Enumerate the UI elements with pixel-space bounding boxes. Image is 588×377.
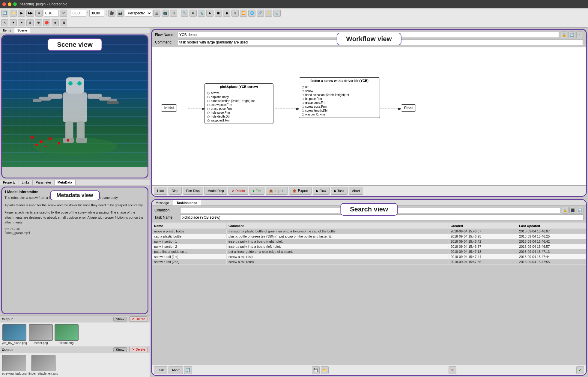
move-btn5[interactable]: ⊗ bbox=[35, 19, 42, 26]
tab-property[interactable]: Property bbox=[0, 180, 19, 185]
new-button[interactable]: 🔄 bbox=[1, 10, 8, 17]
tool-btn3[interactable]: 🔩 bbox=[198, 10, 205, 17]
delete-button[interactable]: ✕ Delete bbox=[129, 316, 148, 322]
abort-button[interactable]: Abort bbox=[169, 366, 183, 374]
output-thumb-2[interactable] bbox=[29, 324, 53, 341]
wf-delete-button[interactable]: ✕ Delete bbox=[228, 187, 248, 195]
port-disp-button[interactable]: Port Disp bbox=[183, 187, 203, 195]
scene-canvas[interactable] bbox=[2, 35, 148, 167]
search-refresh-btn[interactable]: 🔄 bbox=[577, 207, 584, 214]
play-fast-button[interactable]: ▶▶ bbox=[26, 10, 34, 17]
initial-node[interactable]: Initial bbox=[161, 104, 177, 112]
camera-mode-btn[interactable]: 🎥 bbox=[108, 10, 115, 17]
camera-select[interactable]: Perspectiv : bbox=[125, 10, 152, 16]
refresh-bottom-btn[interactable]: 🔄 bbox=[184, 366, 192, 374]
camera-btn2[interactable]: 📷 bbox=[117, 10, 124, 17]
tab-items[interactable]: Items bbox=[0, 28, 14, 33]
tool-btn10[interactable]: 🔗 bbox=[257, 10, 264, 17]
show-button[interactable]: Show bbox=[113, 317, 127, 322]
search-view: Search view Message TaskInstance Conditi… bbox=[151, 199, 587, 376]
ok-btn[interactable]: ✓ bbox=[576, 366, 584, 374]
export-button[interactable]: 📤 Export bbox=[289, 187, 312, 195]
window-controls[interactable] bbox=[2, 2, 17, 6]
time-step-input[interactable] bbox=[44, 10, 59, 16]
move-btn7[interactable]: ◈ bbox=[52, 19, 59, 26]
tool-btn2[interactable]: ⚙ bbox=[190, 10, 197, 17]
tool-btn9[interactable]: 🌐 bbox=[248, 10, 255, 17]
tool-btn11[interactable]: ⚡ bbox=[265, 10, 272, 17]
output-thumb-4[interactable] bbox=[2, 355, 26, 371]
tool-btn1[interactable]: 🔧 bbox=[181, 10, 188, 17]
end-time-input[interactable] bbox=[89, 10, 104, 16]
final-node[interactable]: Final bbox=[401, 104, 416, 112]
move-btn1[interactable]: ↖ bbox=[1, 19, 8, 26]
delete-bottom-btn[interactable]: ✕ bbox=[449, 366, 456, 374]
save-btn[interactable]: 💾 bbox=[312, 366, 320, 374]
workflow-toolbar: Hide Disp Port Disp Model Disp ✕ Delete … bbox=[152, 185, 586, 196]
model-disp-button[interactable]: Model Disp bbox=[204, 187, 227, 195]
cell-name: pully insertion 1 bbox=[152, 239, 227, 244]
flow-button[interactable]: ▶ Flow bbox=[313, 187, 330, 195]
move-btn8[interactable]: ⊞ bbox=[60, 19, 67, 26]
move-btn3[interactable]: ✶ bbox=[18, 19, 25, 26]
tool-btn6[interactable]: ⏺ bbox=[223, 10, 230, 17]
pick-place-node[interactable]: pick&place (YCB screw) screw airplane bo… bbox=[204, 83, 273, 124]
table-row[interactable]: pully insertion 1 insert a pully into a … bbox=[152, 239, 586, 244]
hide-button[interactable]: Hide bbox=[154, 187, 167, 195]
table-row[interactable]: screw a rail (2nd) screw a rail (2nd) 20… bbox=[152, 259, 586, 265]
lock-icon-btn[interactable]: 🔒 bbox=[561, 31, 567, 38]
view-btn3[interactable]: ⊞ bbox=[170, 10, 177, 17]
minimize-button[interactable] bbox=[8, 2, 11, 6]
tab-links[interactable]: Links bbox=[19, 180, 33, 185]
table-row[interactable]: screw a rail (1st) screw a rail (1st) 20… bbox=[152, 254, 586, 259]
open-button[interactable]: 📁 bbox=[10, 10, 17, 17]
table-row[interactable]: put a linear guide on ... put a linear g… bbox=[152, 249, 586, 254]
table-row[interactable]: move a plastic bottle transport a plasti… bbox=[152, 229, 586, 234]
tab-parameter[interactable]: Parameter bbox=[33, 180, 54, 185]
disp-button[interactable]: Disp bbox=[169, 187, 182, 195]
tool-btn8[interactable]: 🔀 bbox=[240, 10, 247, 17]
abort-wf-button[interactable]: Abort bbox=[349, 187, 363, 195]
titlebar: teaching_plugin - Choreonoid bbox=[0, 0, 588, 8]
tool-btn7[interactable]: ⏸ bbox=[231, 10, 239, 17]
search-header-icons: 🔒 ⬛ 🔄 bbox=[562, 207, 584, 214]
move-btn4[interactable]: ⊕ bbox=[26, 19, 34, 26]
tab-taskinstance[interactable]: TaskInstance bbox=[173, 200, 201, 205]
view-btn2[interactable]: 📺 bbox=[162, 10, 169, 17]
metadata-view-label: Metadata view bbox=[50, 190, 100, 200]
search-lock-btn[interactable]: 🔒 bbox=[562, 207, 569, 214]
edit-button[interactable]: ● Edit bbox=[249, 187, 265, 195]
load-btn[interactable]: 📂 bbox=[321, 366, 329, 374]
cell-updated: 2018-09-04 15:46:57 bbox=[517, 244, 586, 249]
delete-button-2[interactable]: ✕ Delete bbox=[129, 347, 148, 352]
search-sq-btn[interactable]: ⬛ bbox=[569, 207, 576, 214]
sim-button[interactable]: ⚙ bbox=[35, 10, 43, 17]
output-thumb-3[interactable] bbox=[55, 324, 79, 341]
fasten-node[interactable]: fasten a screw with a driver bit (YCB) b… bbox=[299, 77, 380, 118]
task-button[interactable]: ▶ Task bbox=[331, 187, 347, 195]
time-step-btn[interactable]: ⟳ bbox=[60, 10, 67, 17]
tool-btn5[interactable]: ⏹ bbox=[215, 10, 222, 17]
refresh-icon-btn[interactable]: 🔄 bbox=[569, 31, 575, 38]
tab-metadata[interactable]: MetaData bbox=[55, 180, 76, 185]
tool-btn12[interactable]: 📡 bbox=[273, 10, 281, 17]
view-btn1[interactable]: 🖼 bbox=[153, 10, 160, 17]
table-row[interactable]: cap a plastic bottle plastic bottle of g… bbox=[152, 234, 586, 239]
move-btn6[interactable]: 🔴 bbox=[43, 19, 50, 26]
play-button[interactable]: ▶ bbox=[18, 10, 25, 17]
output-thumb-1[interactable] bbox=[2, 324, 26, 341]
table-row[interactable]: pully insertion 2 insert a pully into a … bbox=[152, 244, 586, 249]
start-time-input[interactable] bbox=[71, 10, 86, 16]
check-icon-btn[interactable]: ✓ bbox=[576, 31, 583, 38]
move-btn2[interactable]: ✦ bbox=[10, 19, 17, 26]
metadata-view: Metadata view ℹ Model Inforamtion The ro… bbox=[1, 187, 148, 314]
tab-scene[interactable]: Scene bbox=[14, 28, 30, 33]
tab-message[interactable]: Message bbox=[152, 200, 173, 205]
close-button[interactable] bbox=[2, 2, 6, 6]
output-thumb-5[interactable] bbox=[31, 355, 55, 371]
import-button[interactable]: 📥 Import bbox=[266, 187, 288, 195]
tool-btn4[interactable]: ▶ bbox=[206, 10, 213, 17]
show-button-2[interactable]: Show bbox=[113, 347, 127, 352]
maximize-button[interactable] bbox=[13, 2, 17, 6]
task-bottom-button[interactable]: Task bbox=[154, 366, 167, 374]
